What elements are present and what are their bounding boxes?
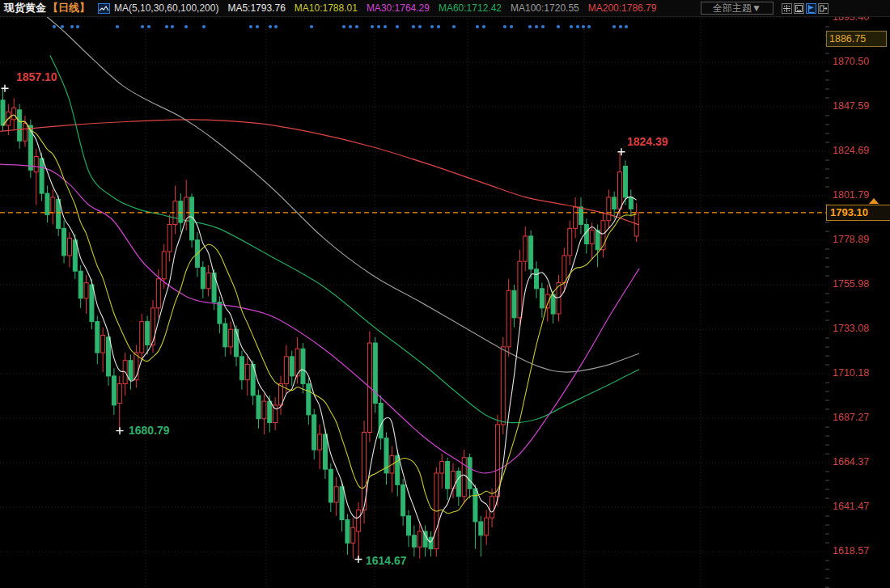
candle bbox=[318, 434, 322, 450]
event-dot[interactable] bbox=[510, 25, 513, 28]
event-dot[interactable] bbox=[256, 25, 259, 28]
event-dot[interactable] bbox=[70, 25, 74, 28]
y-axis-label: 1824.69 bbox=[833, 145, 869, 156]
event-dot[interactable] bbox=[625, 25, 628, 28]
high-marker-label: 1886.75 bbox=[826, 31, 887, 47]
candle bbox=[456, 472, 460, 497]
candle bbox=[440, 462, 444, 473]
candle bbox=[574, 207, 578, 228]
event-dot[interactable] bbox=[541, 25, 545, 28]
event-dot[interactable] bbox=[619, 25, 622, 28]
annotation-period-low: 1614.67 bbox=[366, 554, 407, 567]
toolbar-icons bbox=[780, 3, 829, 14]
candle bbox=[518, 261, 522, 318]
candle bbox=[162, 252, 166, 279]
y-axis-label: 1710.18 bbox=[833, 367, 869, 379]
event-dot[interactable] bbox=[202, 25, 206, 28]
event-dot[interactable] bbox=[452, 25, 456, 28]
ma-legend-item: MA10:1788.01 bbox=[295, 2, 358, 14]
axis-scale-icon[interactable] bbox=[794, 3, 804, 14]
theme-selector-button[interactable]: 全部主题▼ bbox=[701, 2, 773, 15]
event-dot[interactable] bbox=[249, 25, 252, 28]
candle bbox=[479, 522, 483, 535]
event-dot[interactable] bbox=[310, 25, 313, 28]
ma-legend: MA5:1793.76MA10:1788.01MA30:1764.29MA60:… bbox=[218, 2, 656, 14]
event-dot[interactable] bbox=[141, 25, 144, 28]
event-dot[interactable] bbox=[612, 25, 616, 28]
event-dot[interactable] bbox=[355, 25, 358, 28]
event-dot[interactable] bbox=[418, 25, 422, 28]
extreme-markers bbox=[2, 85, 625, 563]
y-axis-label: 1847.59 bbox=[833, 100, 869, 112]
event-dot[interactable] bbox=[384, 25, 387, 28]
trading-chart-window: 现货黄金 【日线】 MA(5,10,30,60,100,200) MA5:179… bbox=[0, 0, 890, 588]
candle bbox=[218, 302, 222, 324]
candle bbox=[512, 290, 516, 318]
event-dot[interactable] bbox=[147, 25, 150, 28]
event-dot[interactable] bbox=[430, 25, 434, 28]
event-dot[interactable] bbox=[76, 25, 79, 28]
event-dot[interactable] bbox=[587, 25, 591, 28]
candle bbox=[245, 364, 249, 379]
axis-minor-ticks bbox=[825, 27, 829, 587]
event-dot[interactable] bbox=[269, 25, 272, 28]
auto-follow-icon[interactable] bbox=[806, 3, 816, 14]
candle bbox=[578, 207, 583, 225]
plus-marker bbox=[355, 556, 362, 563]
candle bbox=[501, 347, 505, 425]
event-dot[interactable] bbox=[503, 25, 506, 28]
pan-right-icon[interactable] bbox=[818, 3, 829, 14]
event-dot[interactable] bbox=[576, 25, 579, 28]
y-axis-label: 1641.47 bbox=[833, 501, 869, 512]
event-dot[interactable] bbox=[171, 25, 174, 28]
event-dot[interactable] bbox=[165, 25, 168, 28]
event-dot[interactable] bbox=[476, 25, 479, 28]
y-axis-label: 1687.27 bbox=[833, 412, 869, 423]
event-dot[interactable] bbox=[274, 25, 278, 28]
candle bbox=[328, 469, 333, 502]
candle bbox=[40, 159, 44, 193]
event-dot[interactable] bbox=[61, 25, 64, 28]
event-dot[interactable] bbox=[53, 25, 56, 28]
annotation-period-high: 1857.10 bbox=[16, 70, 57, 83]
event-dot[interactable] bbox=[116, 25, 119, 28]
candlestick-series[interactable] bbox=[1, 88, 638, 559]
candle bbox=[412, 535, 416, 547]
y-axis-label: 1870.50 bbox=[833, 56, 869, 67]
candle bbox=[290, 357, 294, 376]
candle bbox=[551, 294, 555, 314]
event-dot[interactable] bbox=[377, 25, 380, 28]
crosshair-icon[interactable] bbox=[782, 3, 792, 14]
event-dot[interactable] bbox=[412, 25, 415, 28]
event-dot[interactable] bbox=[570, 25, 573, 28]
period-label[interactable]: 【日线】 bbox=[48, 1, 90, 15]
candle bbox=[612, 197, 617, 209]
event-dot[interactable] bbox=[582, 25, 585, 28]
candle bbox=[12, 108, 16, 119]
candlestick-chart-icon[interactable] bbox=[98, 3, 110, 14]
event-dot[interactable] bbox=[184, 25, 188, 28]
event-dot[interactable] bbox=[535, 25, 538, 28]
event-dot[interactable] bbox=[557, 25, 560, 28]
event-dot[interactable] bbox=[482, 25, 485, 28]
candle bbox=[34, 156, 38, 171]
candle bbox=[446, 462, 450, 489]
event-dot[interactable] bbox=[342, 25, 345, 28]
candle bbox=[506, 290, 511, 347]
price-up-triangle-icon bbox=[869, 198, 879, 204]
candle bbox=[18, 110, 22, 141]
candle bbox=[535, 269, 539, 289]
candle bbox=[140, 322, 144, 353]
ma-legend-item: MA60:1712.42 bbox=[439, 2, 502, 14]
candle bbox=[73, 240, 77, 271]
event-dot[interactable] bbox=[371, 25, 374, 28]
event-dot[interactable] bbox=[528, 25, 532, 28]
chart-canvas[interactable] bbox=[0, 0, 890, 588]
y-axis-label: 1801.79 bbox=[833, 189, 869, 201]
event-dot[interactable] bbox=[396, 25, 399, 28]
candle bbox=[129, 361, 133, 380]
event-dot[interactable] bbox=[437, 25, 440, 28]
candle bbox=[95, 322, 100, 353]
candle bbox=[323, 434, 327, 469]
event-dot[interactable] bbox=[349, 25, 352, 28]
